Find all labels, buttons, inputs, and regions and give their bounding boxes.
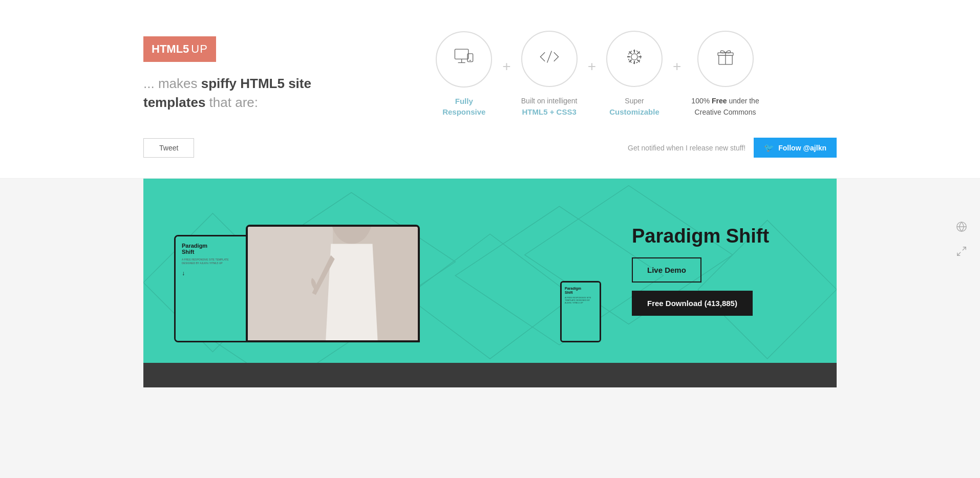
tagline-prefix: ... makes [143, 76, 201, 91]
download-count: (413,885) [705, 299, 737, 308]
feature-responsive: Fully Responsive [436, 31, 492, 117]
expand-side-icon[interactable] [953, 243, 970, 259]
tagline: ... makes spiffy HTML5 site templates th… [143, 74, 338, 112]
template-buttons: Live Demo Free Download (413,885) [632, 257, 806, 316]
feature-customizable-main: Customizable [609, 106, 659, 117]
laptop-fashion-overlay [248, 227, 418, 340]
action-bar: Tweet Get notified when I release new st… [0, 138, 980, 179]
translate-side-icon[interactable] [953, 219, 970, 235]
feature-html5-label: Built on intelligent HTML5 + CSS3 [521, 95, 578, 117]
html5-icon-circle [521, 31, 578, 87]
features-row: Fully Responsive + Bui [358, 31, 837, 117]
feature-responsive-label: Fully Responsive [442, 96, 485, 117]
plus-separator-3: + [673, 58, 681, 90]
devices-preview: ParadigmShift A FREE RESPONSIVE SITE TEM… [174, 199, 611, 342]
follow-label: Follow @ajlkn [778, 144, 826, 152]
gift-icon [714, 46, 737, 73]
phone-screen: ParadigmShift A FREE RESPONSIVE SITE TEM… [562, 283, 600, 341]
feature-customizable-label: Super Customizable [609, 95, 659, 117]
free-icon-circle [697, 31, 754, 87]
brand-logo: HTML5 UP [143, 36, 216, 62]
brand-side: HTML5 UP ... makes spiffy HTML5 site tem… [143, 36, 338, 112]
feature-responsive-main: Fully [442, 96, 485, 106]
feature-html5: Built on intelligent HTML5 + CSS3 [521, 31, 578, 117]
svg-point-6 [631, 54, 637, 60]
notify-text: Get notified when I release new stuff! [628, 144, 745, 152]
feature-html5-main: HTML5 + CSS3 [521, 106, 578, 117]
laptop-screen: ParadigmShift A FREE RESPONSIVE SITE TEM… [248, 227, 418, 340]
feature-free-label: 100% Free under theCreative Commons [691, 95, 759, 117]
svg-line-5 [547, 51, 551, 62]
monitor-icon [453, 46, 475, 73]
showcase-section: ParadigmShift A FREE RESPONSIVE SITE TEM… [143, 179, 837, 363]
gear-icon [623, 46, 646, 73]
plus-separator-2: + [588, 58, 596, 90]
free-download-button[interactable]: Free Download (413,885) [632, 291, 753, 316]
fashion-silhouette [248, 227, 418, 340]
side-icons [953, 219, 970, 259]
tablet-arrow: ↓ [182, 270, 248, 277]
tweet-button[interactable]: Tweet [143, 138, 194, 158]
hero-section: HTML5 UP ... makes spiffy HTML5 site tem… [0, 0, 980, 138]
template-name: Paradigm Shift [632, 226, 806, 247]
logo-html5-text: HTML5 [152, 42, 189, 56]
follow-area: Get notified when I release new stuff! 🐦… [628, 138, 837, 158]
device-laptop: ParadigmShift A FREE RESPONSIVE SITE TEM… [246, 225, 420, 342]
tablet-title: ParadigmShift [182, 243, 248, 255]
customizable-icon-circle [606, 31, 663, 87]
phone-sub: A FREE RESPONSIVE SITE TEMPLATE DESIGNED… [565, 296, 596, 305]
svg-rect-0 [455, 49, 468, 59]
template-info: Paradigm Shift Live Demo Free Download (… [632, 226, 806, 316]
responsive-icon-circle [436, 31, 492, 88]
device-phone: ParadigmShift A FREE RESPONSIVE SITE TEM… [560, 281, 601, 342]
twitter-icon: 🐦 [764, 143, 774, 153]
feature-responsive-sub: Responsive [442, 106, 485, 117]
live-demo-button[interactable]: Live Demo [632, 257, 701, 283]
logo-box: HTML5 UP [143, 36, 216, 62]
page-wrapper: HTML5 UP ... makes spiffy HTML5 site tem… [0, 0, 980, 387]
feature-customizable: Super Customizable [606, 31, 663, 117]
plus-separator-1: + [502, 58, 510, 90]
feature-free-prefix: 100% Free under theCreative Commons [691, 97, 759, 116]
tablet-screen: ParadigmShift A FREE RESPONSIVE SITE TEM… [176, 236, 254, 341]
free-download-label: Free Download [647, 299, 702, 308]
footer-bar [143, 363, 837, 387]
feature-free: 100% Free under theCreative Commons [691, 31, 759, 117]
feature-customizable-prefix: Super [625, 97, 644, 105]
tablet-sub: A FREE RESPONSIVE SITE TEMPLATEDESIGNED … [182, 258, 248, 265]
tagline-suffix: that are: [205, 95, 258, 110]
logo-up-text: UP [191, 42, 208, 56]
feature-html5-prefix: Built on intelligent [521, 97, 578, 105]
follow-button[interactable]: 🐦 Follow @ajlkn [754, 138, 837, 158]
device-tablet: ParadigmShift A FREE RESPONSIVE SITE TEM… [174, 235, 256, 342]
phone-title: ParadigmShift [565, 287, 596, 294]
code-icon [538, 46, 561, 73]
